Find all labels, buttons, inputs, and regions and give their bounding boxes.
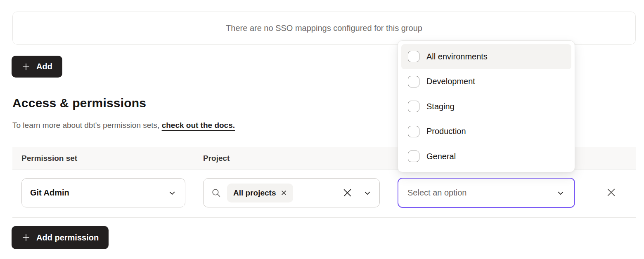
plus-icon [21, 233, 31, 242]
environment-option[interactable]: Production [401, 119, 571, 144]
environment-option-label: Development [426, 77, 475, 86]
clear-selection-icon[interactable] [342, 187, 353, 198]
checkbox[interactable] [408, 51, 419, 62]
add-permission-button[interactable]: Add permission [12, 226, 109, 249]
environment-option-label: Production [426, 127, 466, 136]
page-title: Access & permissions [12, 96, 146, 110]
column-header-permission-set: Permission set [21, 147, 77, 169]
environment-option[interactable]: Development [401, 69, 571, 94]
checkbox[interactable] [408, 76, 419, 87]
environment-select[interactable]: Select an option [398, 178, 575, 208]
project-chip: All projects [227, 184, 293, 202]
group-settings-page: There are no SSO mappings configured for… [0, 0, 644, 259]
environment-option[interactable]: All environments [401, 44, 571, 69]
environment-option[interactable]: General [401, 144, 571, 169]
chip-remove-icon[interactable] [281, 190, 287, 196]
checkbox[interactable] [408, 101, 419, 112]
environment-placeholder: Select an option [407, 188, 556, 198]
environment-option-label: Staging [426, 102, 455, 111]
chevron-down-icon [168, 188, 177, 198]
permission-set-value: Git Admin [30, 188, 168, 198]
remove-permission-row-button[interactable] [599, 180, 623, 205]
project-chip-label: All projects [233, 188, 276, 198]
docs-link[interactable]: check out the docs. [162, 121, 235, 130]
subtitle-text: To learn more about dbt's permission set… [12, 121, 162, 130]
column-header-project: Project [203, 147, 230, 169]
add-permission-label: Add permission [36, 233, 99, 243]
chevron-down-icon [556, 188, 565, 198]
permission-table-row: Git Admin All projects [12, 170, 636, 218]
search-icon [211, 188, 221, 198]
section-subtitle: To learn more about dbt's permission set… [12, 121, 235, 130]
sso-mappings-empty-banner: There are no SSO mappings configured for… [12, 12, 636, 45]
environment-option[interactable]: Staging [401, 94, 571, 119]
permission-set-select[interactable]: Git Admin [21, 178, 185, 207]
environment-dropdown-panel: All environments Development Staging Pro… [398, 40, 575, 172]
environment-option-label: General [426, 152, 456, 161]
checkbox[interactable] [408, 126, 419, 137]
project-multiselect[interactable]: All projects [203, 178, 380, 207]
sso-empty-message: There are no SSO mappings configured for… [226, 24, 422, 33]
add-button-label: Add [36, 62, 52, 71]
plus-icon [21, 62, 31, 71]
add-sso-mapping-button[interactable]: Add [12, 56, 62, 78]
environment-option-label: All environments [426, 52, 488, 61]
chevron-down-icon[interactable] [363, 188, 372, 198]
checkbox[interactable] [408, 151, 419, 162]
